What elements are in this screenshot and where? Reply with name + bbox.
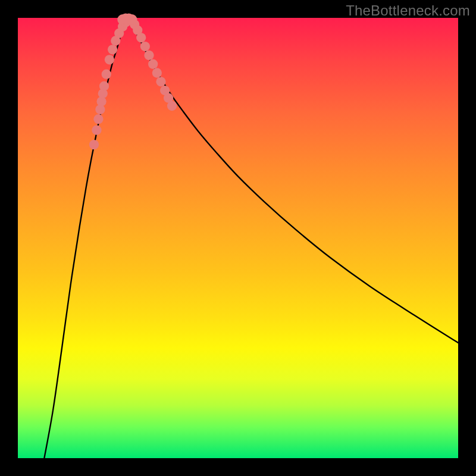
data-point xyxy=(89,140,99,149)
data-point xyxy=(108,45,117,54)
bottom-bridge-group xyxy=(117,14,137,25)
data-point xyxy=(152,68,162,77)
data-point xyxy=(92,126,101,135)
data-point xyxy=(102,70,111,79)
right-curve xyxy=(128,18,458,343)
data-point xyxy=(156,77,165,86)
data-point xyxy=(140,42,150,51)
watermark-text: TheBottleneck.com xyxy=(346,2,470,19)
right-dots-group xyxy=(130,20,177,111)
left-dots-group xyxy=(89,15,135,149)
data-point xyxy=(93,114,103,124)
data-point xyxy=(144,51,154,60)
data-point xyxy=(99,82,109,91)
data-point xyxy=(136,33,146,42)
chart-svg xyxy=(18,18,458,458)
data-point xyxy=(167,101,177,111)
left-curve xyxy=(44,18,128,458)
data-point xyxy=(127,14,137,25)
chart-frame: TheBottleneck.com xyxy=(0,0,476,476)
plot-area xyxy=(18,18,458,458)
data-point xyxy=(105,55,114,64)
data-point xyxy=(148,60,158,69)
